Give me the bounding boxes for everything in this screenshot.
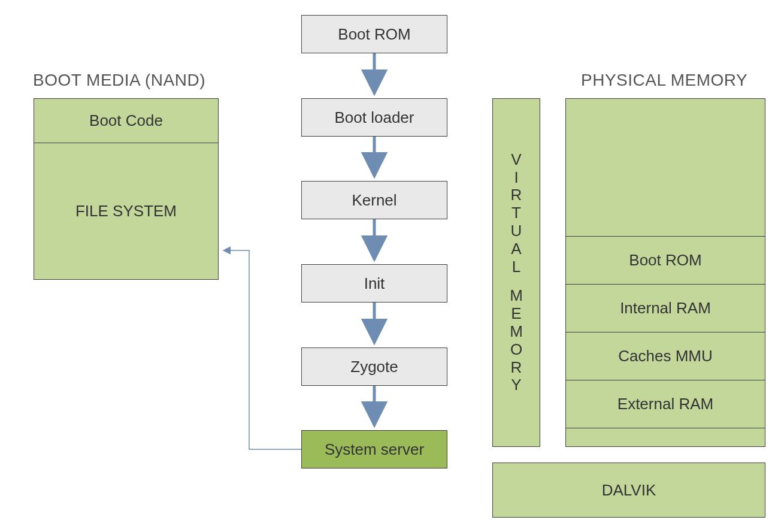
- vm-char: I: [514, 169, 518, 187]
- pm-external-ram: External RAM: [565, 380, 765, 428]
- pm-div-5: [565, 428, 765, 428]
- flow-kernel: Kernel: [301, 181, 447, 219]
- heading-physical-memory: PHYSICAL MEMORY: [581, 71, 747, 90]
- boot-media-code: Boot Code: [34, 98, 219, 143]
- vm-char: A: [511, 240, 521, 258]
- virtual-memory: V I R T U A L M E M O R Y: [492, 98, 540, 447]
- vm-char: Y: [511, 376, 521, 394]
- boot-media-fs: FILE SYSTEM: [34, 143, 219, 280]
- vm-char: V: [511, 151, 521, 169]
- arrow-system-to-bootmedia: [223, 250, 301, 449]
- dalvik-box: DALVIK: [492, 463, 765, 518]
- vm-char: M: [510, 323, 523, 341]
- vm-char: R: [511, 186, 522, 204]
- vm-char: E: [511, 305, 521, 323]
- vm-char: R: [511, 359, 522, 377]
- vm-char: L: [512, 258, 520, 276]
- flow-system-server: System server: [301, 430, 447, 468]
- vm-char: M: [510, 287, 523, 305]
- flow-boot-rom: Boot ROM: [301, 15, 447, 53]
- pm-internal-ram: Internal RAM: [565, 284, 765, 332]
- heading-boot-media: BOOT MEDIA (NAND): [33, 71, 205, 90]
- flow-zygote: Zygote: [301, 347, 447, 386]
- diagram-canvas: BOOT MEDIA (NAND) PHYSICAL MEMORY Boot R…: [0, 0, 784, 532]
- flow-boot-loader: Boot loader: [301, 98, 447, 137]
- flow-init: Init: [301, 264, 447, 303]
- vm-char: T: [511, 204, 521, 222]
- vm-char: U: [511, 222, 522, 240]
- vm-char: O: [510, 341, 522, 359]
- pm-caches-mmu: Caches MMU: [565, 332, 765, 380]
- pm-boot-rom: Boot ROM: [565, 236, 765, 284]
